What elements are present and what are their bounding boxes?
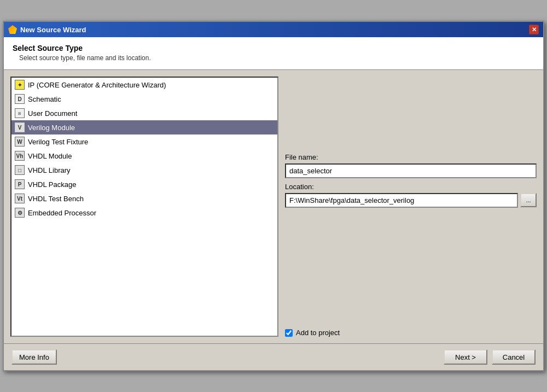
browse-button[interactable]: ... (520, 193, 537, 207)
list-item-vhdl-testbench[interactable]: VtVHDL Test Bench (11, 191, 277, 206)
content-area: ✦IP (CORE Generator & Architecture Wizar… (4, 70, 543, 343)
header-title: Select Source Type (13, 44, 534, 52)
footer: More Info Next > Cancel (4, 343, 543, 370)
list-item-vhdl-package[interactable]: PVHDL Package (11, 177, 277, 191)
verilog-test-icon: W (15, 137, 25, 147)
list-item-label-verilog-module: Verilog Module (28, 124, 75, 132)
vhdl-package-icon: P (15, 179, 25, 189)
list-item-label-embedded-processor: Embedded Processor (28, 209, 96, 217)
list-item-label-schematic: Schematic (28, 95, 61, 103)
header-subtitle: Select source type, file name and its lo… (19, 54, 534, 62)
list-item-label-vhdl-package: VHDL Package (28, 180, 76, 189)
location-row: ... (285, 193, 537, 208)
list-item-verilog-module[interactable]: VVerilog Module (11, 120, 277, 134)
vhdl-module-icon: Vh (15, 151, 25, 161)
location-group: Location: ... (285, 183, 537, 208)
wizard-icon (8, 25, 17, 34)
add-to-project-checkbox[interactable] (285, 329, 293, 337)
list-item-schematic[interactable]: DSchematic (11, 92, 277, 106)
list-item-ip[interactable]: ✦IP (CORE Generator & Architecture Wizar… (11, 78, 277, 92)
location-input[interactable] (285, 193, 518, 208)
list-item-verilog-test[interactable]: WVerilog Test Fixture (11, 134, 277, 149)
vhdl-testbench-icon: Vt (15, 194, 25, 203)
header-section: Select Source Type Select source type, f… (4, 37, 543, 70)
dialog-title: New Source Wizard (20, 26, 86, 34)
dialog: New Source Wizard ✕ Select Source Type S… (3, 21, 544, 371)
vhdl-library-icon: □ (15, 165, 25, 175)
user-doc-icon: ≡ (15, 108, 25, 118)
right-panel: File name: Location: ... Add to project (285, 77, 537, 337)
file-name-group: File name: (285, 153, 537, 178)
embedded-processor-icon: ⚙ (15, 208, 25, 218)
ip-icon: ✦ (15, 80, 25, 90)
list-item-label-vhdl-testbench: VHDL Test Bench (28, 195, 84, 203)
source-list[interactable]: ✦IP (CORE Generator & Architecture Wizar… (10, 77, 278, 337)
file-name-input[interactable] (285, 163, 537, 178)
footer-right: Next > Cancel (444, 349, 536, 365)
schematic-icon: D (15, 94, 25, 104)
list-item-label-verilog-test: Verilog Test Fixture (28, 138, 88, 146)
more-info-button[interactable]: More Info (11, 349, 57, 365)
verilog-module-icon: V (15, 122, 25, 132)
location-label: Location: (285, 183, 537, 191)
list-item-user-doc[interactable]: ≡User Document (11, 106, 277, 120)
cancel-button[interactable]: Cancel (492, 349, 536, 365)
list-item-label-vhdl-library: VHDL Library (28, 166, 71, 174)
list-item-label-ip: IP (CORE Generator & Architecture Wizard… (28, 81, 166, 89)
list-item-label-vhdl-module: VHDL Module (28, 152, 72, 160)
add-to-project-label: Add to project (296, 329, 340, 337)
list-item-vhdl-module[interactable]: VhVHDL Module (11, 149, 277, 163)
title-bar: New Source Wizard ✕ (4, 22, 543, 37)
list-item-embedded-processor[interactable]: ⚙Embedded Processor (11, 206, 277, 220)
next-button[interactable]: Next > (444, 349, 487, 365)
file-name-label: File name: (285, 153, 537, 161)
title-bar-left: New Source Wizard (8, 25, 86, 34)
close-button[interactable]: ✕ (529, 25, 539, 34)
add-to-project-row: Add to project (285, 241, 537, 337)
list-item-label-user-doc: User Document (28, 109, 77, 118)
list-item-vhdl-library[interactable]: □VHDL Library (11, 163, 277, 177)
